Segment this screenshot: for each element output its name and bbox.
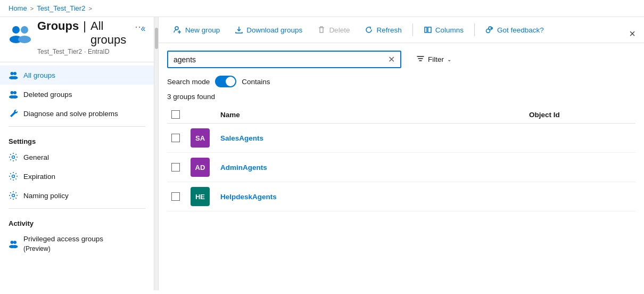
svg-point-11 — [12, 95, 18, 99]
gear-naming-icon — [9, 191, 18, 200]
row1-checkbox[interactable] — [171, 134, 180, 142]
sidebar-item-expiration[interactable]: Expiration — [0, 167, 154, 186]
feedback-label: Got feedback? — [497, 26, 544, 34]
gear-expiration-icon — [9, 172, 18, 181]
sidebar-item-label: Deleted groups — [23, 91, 72, 99]
sidebar-item-diagnose[interactable]: Diagnose and solve problems — [0, 104, 154, 123]
sidebar-item-label: Diagnose and solve problems — [23, 110, 118, 118]
col-objectid-header: Object Id — [529, 111, 635, 119]
svg-point-14 — [12, 194, 15, 197]
svg-point-5 — [13, 72, 16, 75]
svg-point-7 — [12, 76, 18, 79]
delete-button[interactable]: Delete — [311, 22, 356, 37]
activity-section-label: Activity — [0, 212, 154, 230]
svg-point-4 — [11, 72, 14, 75]
table-row: HE HelpdeskAgents — [167, 182, 635, 211]
toggle-knob — [226, 77, 235, 86]
svg-point-19 — [175, 27, 178, 30]
search-clear-btn[interactable]: ✕ — [388, 54, 395, 64]
sidebar-item-naming-policy[interactable]: Naming policy — [0, 186, 154, 205]
row1-name-link[interactable]: SalesAgents — [220, 134, 263, 142]
svg-point-12 — [12, 156, 15, 159]
header-tenant: Test_Test_Tier2 — [37, 48, 82, 55]
breadcrumb-home[interactable]: Home — [9, 4, 27, 12]
sidebar-item-label: Naming policy — [23, 192, 69, 200]
breadcrumb-chevron2: > — [88, 5, 92, 12]
filter-label: Filter — [428, 55, 444, 63]
filter-btn[interactable]: Filter ⌄ — [416, 54, 451, 64]
row3-avatar: HE — [191, 187, 210, 206]
people-deleted-icon — [9, 89, 18, 99]
groups-icon — [9, 21, 32, 45]
svg-point-3 — [18, 36, 31, 43]
svg-point-18 — [12, 245, 18, 248]
columns-icon — [424, 26, 432, 34]
download-groups-button[interactable]: Download groups — [228, 22, 309, 37]
delete-icon — [317, 26, 326, 34]
header-entra: · EntraID — [84, 48, 109, 55]
svg-point-0 — [12, 26, 20, 34]
wrench-icon — [9, 109, 18, 118]
select-all-checkbox[interactable] — [171, 110, 180, 119]
download-icon — [235, 26, 243, 34]
close-button[interactable]: × — [629, 28, 635, 40]
row1-avatar: SA — [191, 128, 210, 148]
columns-label: Columns — [435, 26, 464, 34]
sidebar-item-deleted-groups[interactable]: Deleted groups — [0, 85, 154, 104]
gear-icon — [9, 152, 18, 162]
sidebar-item-label: General — [23, 153, 49, 161]
sidebar-item-label: Privileged access groups(Preview) — [23, 234, 103, 253]
sidebar-item-general[interactable]: General — [0, 148, 154, 167]
sidebar-item-all-groups[interactable]: All groups — [0, 66, 154, 85]
delete-label: Delete — [329, 26, 350, 34]
settings-section-label: Settings — [0, 130, 154, 148]
title-separator: | — [83, 19, 86, 33]
svg-point-1 — [21, 26, 28, 34]
search-mode-label: Search mode — [167, 78, 210, 86]
row3-name-link[interactable]: HelpdeskAgents — [220, 193, 277, 201]
new-group-button[interactable]: New group — [167, 22, 226, 37]
svg-point-9 — [13, 91, 16, 94]
breadcrumb-chevron1: > — [30, 5, 34, 12]
filter-icon — [416, 54, 425, 64]
page-subtitle: All groups — [90, 19, 127, 47]
svg-rect-20 — [425, 27, 427, 32]
sidebar-item-privileged[interactable]: Privileged access groups(Preview) — [0, 230, 154, 258]
table-row: AD AdminAgents — [167, 153, 635, 182]
sidebar-item-label: Expiration — [23, 173, 55, 181]
columns-button[interactable]: Columns — [417, 22, 470, 37]
row3-checkbox[interactable] — [171, 192, 180, 201]
new-group-icon — [174, 26, 182, 34]
toolbar-divider — [412, 23, 413, 36]
svg-point-23 — [486, 29, 490, 33]
filter-chevron-icon: ⌄ — [447, 56, 451, 62]
svg-point-13 — [12, 175, 15, 178]
refresh-button[interactable]: Refresh — [358, 22, 408, 37]
feedback-icon — [485, 26, 494, 34]
page-title: Groups — [37, 19, 79, 33]
svg-point-8 — [11, 91, 14, 94]
breadcrumb-tier2[interactable]: Test_Test_Tier2 — [37, 4, 85, 12]
refresh-icon — [365, 26, 373, 34]
svg-rect-21 — [428, 27, 431, 32]
svg-point-15 — [11, 241, 14, 244]
search-mode-value: Contains — [242, 78, 270, 86]
toolbar-divider2 — [474, 23, 475, 36]
feedback-button[interactable]: Got feedback? — [479, 22, 550, 37]
sidebar-collapse-btn[interactable]: « — [136, 21, 151, 36]
download-label: Download groups — [246, 26, 302, 34]
row2-checkbox[interactable] — [171, 163, 180, 172]
table-row: SA SalesAgents — [167, 124, 635, 153]
people-icon — [9, 70, 18, 80]
search-mode-toggle[interactable] — [215, 76, 236, 87]
col-name-header: Name — [220, 111, 523, 119]
sidebar-item-label: All groups — [23, 71, 55, 79]
svg-point-16 — [13, 241, 16, 244]
people-privileged-icon — [9, 239, 18, 249]
new-group-label: New group — [185, 26, 220, 34]
row2-avatar: AD — [191, 158, 210, 177]
refresh-label: Refresh — [376, 26, 401, 34]
row2-name-link[interactable]: AdminAgents — [220, 164, 267, 172]
results-count: 3 groups found — [159, 89, 644, 106]
search-input[interactable] — [174, 55, 384, 64]
